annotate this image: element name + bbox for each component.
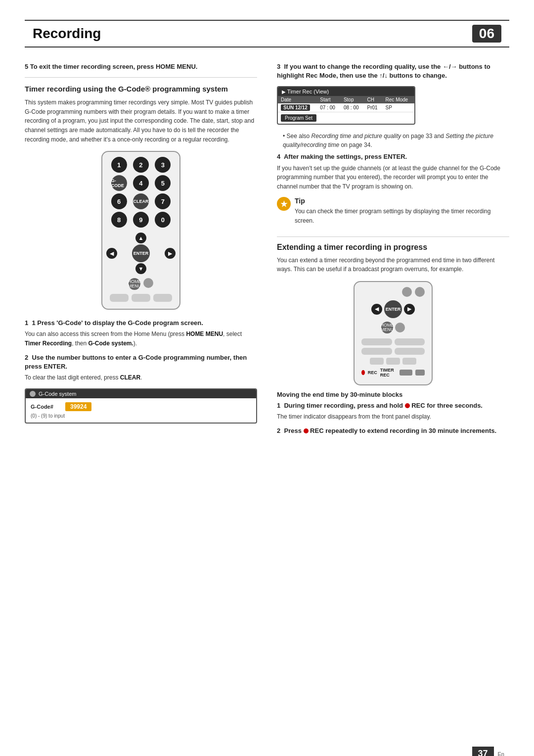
dpad-area: ▲ ◀ ENTER ▶ ▼ HOME MENU bbox=[109, 233, 173, 290]
circle-top-left bbox=[402, 287, 412, 297]
gcode-row: G-Code# 39924 bbox=[31, 402, 251, 411]
rec-bar bbox=[400, 370, 413, 376]
col-stop: Stop bbox=[341, 96, 364, 103]
page: Recording 06 5 To exit the timer recordi… bbox=[0, 20, 534, 756]
page-number: 37 bbox=[472, 747, 494, 756]
step2-body: To clear the last digit entered, press C… bbox=[25, 373, 257, 382]
cell-start: 07 : 00 bbox=[317, 103, 341, 112]
extending-title: Extending a timer recording in progress bbox=[277, 243, 509, 252]
timer-rec-screen: ▶ Timer Rec (View) Date Start Stop CH Re… bbox=[277, 86, 415, 125]
main-content: 5 To exit the timer recording screen, pr… bbox=[25, 62, 509, 437]
timer-rec-header: ▶ Timer Rec (View) bbox=[278, 87, 414, 96]
timer-section-description: This system makes programming timer reco… bbox=[25, 98, 257, 144]
cell-ch: Pr01 bbox=[364, 103, 383, 112]
gcode-hint: (0) - (9) to input bbox=[31, 413, 251, 419]
col-ch: CH bbox=[364, 96, 383, 103]
remote2-dpad: ◀ ENTER ▶ HOME MENU bbox=[361, 287, 425, 333]
btn-clear: CLEAR bbox=[133, 193, 149, 209]
gcode-screen-body: G-Code# 39924 (0) - (9) to input bbox=[26, 398, 256, 423]
timer-rec-header-label: Timer Rec (View) bbox=[287, 89, 329, 94]
timer-table: Date Start Stop CH Rec Mode SUN 12/12 bbox=[278, 96, 414, 112]
program-set-btn: Program Set bbox=[281, 114, 316, 122]
tip-label: Tip bbox=[295, 197, 509, 205]
tip-body: You can check the timer program settings… bbox=[295, 207, 509, 225]
r2-btn-d bbox=[395, 348, 425, 355]
col-start: Start bbox=[317, 96, 341, 103]
col-date: Date bbox=[278, 96, 317, 103]
btn-9: 9 bbox=[133, 212, 149, 228]
col-recmode: Rec Mode bbox=[383, 96, 414, 103]
timer-rec-bar bbox=[415, 370, 425, 376]
btn-0: 0 bbox=[155, 212, 171, 228]
timer-rec-header-icon: ▶ bbox=[282, 89, 286, 94]
enter-btn: ENTER bbox=[132, 244, 150, 262]
disc-icon bbox=[30, 391, 36, 397]
gcode-value: 39924 bbox=[65, 402, 91, 411]
remote2-control: ◀ ENTER ▶ HOME MENU bbox=[354, 281, 433, 385]
btn-gcode: G-CODE bbox=[111, 175, 127, 191]
chapter-number: 06 bbox=[472, 25, 501, 43]
btn-2: 2 bbox=[133, 157, 149, 173]
tip-icon: ★ bbox=[277, 197, 291, 211]
step1-body: You can also access this screen from the… bbox=[25, 330, 257, 348]
btn-8: 8 bbox=[111, 212, 127, 228]
btn-3: 3 bbox=[155, 157, 171, 173]
extending-description: You can extend a timer recording beyond … bbox=[277, 256, 509, 274]
cell-stop: 08 : 00 bbox=[341, 103, 364, 112]
timer-rec-label: TIMER REC bbox=[380, 368, 397, 378]
btn-6: 6 bbox=[111, 193, 127, 209]
r2-btn-b bbox=[395, 338, 425, 345]
remote2-illustration: ◀ ENTER ▶ HOME MENU bbox=[277, 281, 509, 385]
r2-dpad-left: ◀ bbox=[371, 304, 382, 315]
page-title: Recording bbox=[33, 26, 101, 42]
btn-1: 1 bbox=[111, 157, 127, 173]
rec-row: REC TIMER REC bbox=[361, 368, 425, 378]
btn-5: 5 bbox=[155, 175, 171, 191]
gcode-screen-label: G-Code system bbox=[39, 391, 76, 397]
gcode-screen-header: G-Code system bbox=[26, 389, 256, 398]
rec-label: REC bbox=[368, 370, 377, 375]
step1-heading: 1 1 Press 'G-Code' to display the G-Code… bbox=[25, 319, 257, 328]
left-column: 5 To exit the timer recording screen, pr… bbox=[25, 62, 257, 437]
page-footer: 37 En bbox=[472, 747, 505, 756]
r2-btn-a bbox=[361, 338, 392, 345]
home-menu-btn: HOME MENU bbox=[129, 278, 140, 290]
locale-label: En bbox=[498, 751, 504, 756]
right-column: 3 If you want to change the recording qu… bbox=[277, 62, 509, 437]
remote2-grid-btns bbox=[361, 338, 425, 355]
dpad-left: ◀ bbox=[106, 248, 117, 259]
btn-4: 4 bbox=[133, 175, 149, 191]
remote-illustration: 1 2 3 G-CODE 4 5 6 CLEAR 7 8 9 0 bbox=[25, 151, 257, 310]
step3-heading: 3 If you want to change the recording qu… bbox=[277, 62, 509, 80]
gcode-screen: G-Code system G-Code# 39924 (0) - (9) to… bbox=[25, 388, 257, 424]
remote-numpad: 1 2 3 G-CODE 4 5 6 CLEAR 7 8 9 0 bbox=[109, 157, 173, 228]
circle-btn-1 bbox=[143, 278, 153, 288]
cell-date: SUN 12/12 bbox=[278, 103, 317, 112]
timer-section-title: Timer recording using the G-Code® progra… bbox=[25, 84, 257, 94]
bullet-see-also: See also Recording time and picture qual… bbox=[283, 132, 509, 149]
r2-btn-c bbox=[361, 348, 392, 355]
step5-heading: 5 To exit the timer recording screen, pr… bbox=[25, 62, 257, 71]
r2-enter-btn: ENTER bbox=[384, 300, 402, 318]
bottom-btn-1 bbox=[110, 294, 129, 302]
dpad-up: ▲ bbox=[135, 233, 146, 243]
dpad-down: ▼ bbox=[135, 263, 146, 274]
gcode-label: G-Code# bbox=[31, 404, 60, 410]
r2-bot-btn1 bbox=[370, 358, 384, 365]
bottom-btn-3 bbox=[153, 294, 172, 302]
remote2-bot3 bbox=[361, 358, 425, 365]
tip-box: ★ Tip You can check the timer program se… bbox=[277, 197, 509, 230]
page-header: Recording 06 bbox=[25, 20, 509, 47]
step4-body: If you haven't set up the guide channels… bbox=[277, 164, 509, 191]
step-rec1-body: The timer indicator disappears from the … bbox=[277, 412, 509, 422]
r2-home-menu: HOME MENU bbox=[381, 322, 393, 333]
table-row: SUN 12/12 07 : 00 08 : 00 Pr01 SP bbox=[278, 103, 414, 112]
remote-bottom-btns bbox=[109, 294, 173, 302]
step-rec2-heading: 2 Press REC repeatedly to extend recordi… bbox=[277, 426, 509, 435]
remote-control: 1 2 3 G-CODE 4 5 6 CLEAR 7 8 9 0 bbox=[101, 151, 180, 310]
cell-recmode: SP bbox=[383, 103, 414, 112]
moving-heading: Moving the end time by 30-minute blocks bbox=[277, 390, 509, 399]
r2-bot-btn3 bbox=[402, 358, 416, 365]
r2-circle-btn bbox=[395, 323, 405, 332]
r2-dpad-right: ▶ bbox=[404, 304, 415, 315]
